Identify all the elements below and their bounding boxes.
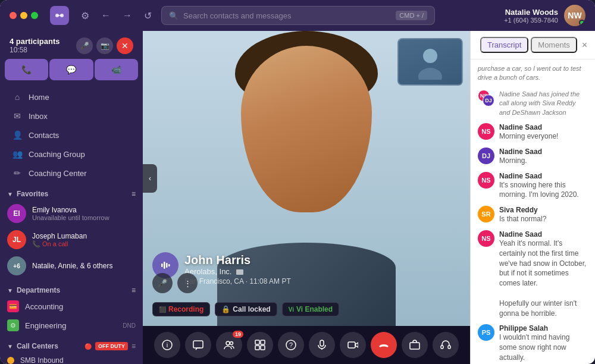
vc-grid-button[interactable] (247, 332, 273, 358)
close-light[interactable] (10, 12, 17, 19)
avatar[interactable]: NW (564, 5, 585, 26)
main-video: ‹ John Harris Aerolabs, Inc. (143, 31, 470, 326)
svg-point-3 (423, 49, 437, 63)
nav-item-contacts[interactable]: 👤 Contacts (5, 125, 138, 145)
departments-label: Departments (17, 286, 60, 294)
contact-status-emily: Unavailable until tomorrow (32, 214, 136, 221)
transcript-system-1: purchase a car, so I went out to test dr… (478, 64, 588, 83)
call-action-camera[interactable]: 📹 (95, 59, 138, 80)
titlebar: ⚙ ← → ↺ 🔍 Search contacts and messages C… (0, 0, 595, 31)
vc-participants-button[interactable]: 19 (216, 332, 242, 358)
forward-icon[interactable]: → (120, 8, 134, 23)
pip-video[interactable] (397, 38, 463, 86)
refresh-icon[interactable]: ↺ (142, 8, 154, 24)
contacts-icon: 👤 (12, 130, 23, 140)
call-action-message[interactable]: 💬 (49, 59, 93, 80)
avatar-ns-1: NS (478, 123, 494, 140)
caller-location: San Francisco, CA · 11:08 AM PT (184, 277, 291, 285)
end-call-button[interactable]: ✕ (117, 37, 133, 54)
contact-emily[interactable]: EI Emily Ivanova Unavailable until tomor… (0, 200, 143, 227)
nav-item-inbox[interactable]: ✉ Inbox (5, 106, 138, 125)
inbox-icon: ✉ (12, 111, 23, 121)
off-duty-icon: 🔴 (84, 343, 92, 350)
svg-rect-24 (410, 343, 419, 349)
tab-transcript[interactable]: Transcript (480, 37, 528, 53)
svg-rect-21 (320, 340, 324, 346)
video-area: ‹ John Harris Aerolabs, Inc. (143, 31, 470, 364)
call-time: 10:58 (10, 46, 60, 54)
svg-point-13 (226, 341, 230, 345)
svg-rect-26 (448, 346, 450, 349)
transcript-msg-4: SR Siva Reddy Is that normal? (478, 206, 588, 224)
video-button[interactable]: 📷 (96, 37, 113, 54)
nav-label-home: Home (29, 93, 49, 102)
svg-rect-5 (161, 263, 163, 267)
enabled-icon: Vi (289, 306, 294, 313)
favorites-menu-icon[interactable]: ≡ (131, 190, 136, 198)
nav-label-coaching-group: Coaching Group (29, 150, 85, 159)
contact-avatar-group: +6 (7, 256, 26, 275)
departments-collapse[interactable]: ▼ Departments (7, 286, 60, 294)
call-centers-menu[interactable]: ≡ (131, 342, 136, 350)
call-controls: 🎤 📷 ✕ (76, 37, 133, 54)
video-controls: i 19 (143, 326, 470, 364)
settings-icon[interactable]: ⚙ (79, 8, 92, 24)
more-mini-button[interactable]: ⋮ (177, 273, 198, 293)
svg-rect-16 (261, 340, 265, 344)
dept-engineering[interactable]: ⚙ Engineering DND (0, 316, 143, 335)
transcript-panel: Transcript Moments × purchase a car, so … (470, 31, 595, 364)
status-badges: ⬛ Recording 🔒 Call locked Vi Vi Enabled (152, 302, 339, 316)
vc-headset-button[interactable] (433, 332, 459, 358)
vc-share-button[interactable] (402, 332, 428, 358)
vc-mic-button[interactable] (309, 332, 335, 358)
favorites-collapse[interactable]: ▼ Favorites (7, 190, 48, 198)
locked-badge: 🔒 Call locked (215, 302, 277, 316)
mic-mini-button[interactable]: 🎤 (152, 273, 173, 293)
avatar-ns-2: NS (478, 172, 494, 189)
search-icon: 🔍 (169, 11, 178, 20)
dept-accounting[interactable]: 💳 Accounting (0, 297, 143, 316)
mute-button[interactable]: 🎤 (76, 37, 93, 54)
nav-item-coaching-group[interactable]: 👥 Coaching Group (5, 145, 138, 164)
contact-name-joseph: Joseph Lumaban (32, 232, 136, 240)
coaching-center-icon: ✏ (12, 168, 23, 178)
cc-smb-label: SMB Inbound (20, 356, 64, 364)
svg-rect-18 (261, 346, 265, 350)
svg-rect-9 (236, 269, 243, 275)
caller-name: John Harris (184, 253, 291, 267)
departments-chevron: ▼ (7, 287, 13, 294)
engineering-dnd: DND (123, 322, 136, 329)
svg-rect-25 (441, 346, 443, 349)
recording-dot: ⬛ (159, 306, 166, 313)
contact-status-joseph: 📞 On a call (32, 240, 136, 248)
contact-avatar-emily: EI (7, 204, 26, 223)
cc-smb[interactable]: SMB Inbound (0, 353, 143, 364)
vc-chat-button[interactable] (185, 332, 211, 358)
back-icon[interactable]: ← (99, 8, 113, 23)
vc-end-call-button[interactable] (371, 332, 397, 358)
close-transcript-button[interactable]: × (580, 39, 590, 52)
contact-group[interactable]: +6 Natalie, Annie, & 6 others (0, 253, 143, 279)
collapse-sidebar-button[interactable]: ‹ (143, 164, 157, 193)
svg-text:i: i (167, 341, 168, 349)
vc-help-button[interactable]: ? (278, 332, 304, 358)
nav-item-coaching-center[interactable]: ✏ Coaching Center (5, 164, 138, 183)
tab-moments[interactable]: Moments (531, 37, 577, 53)
departments-menu-icon[interactable]: ≡ (131, 286, 136, 294)
svg-rect-6 (164, 262, 165, 269)
call-centers-collapse[interactable]: ▼ Call Centers (7, 342, 58, 350)
contact-name-emily: Emily Ivanova (32, 206, 136, 214)
nav-item-home[interactable]: ⌂ Home (5, 87, 138, 106)
search-placeholder: Search contacts and messages (183, 11, 291, 20)
fullscreen-light[interactable] (31, 12, 38, 19)
vc-info-button[interactable]: i (154, 332, 180, 358)
call-action-phone[interactable]: 📞 (5, 59, 48, 80)
transcript-msg-5: NS Nadine Saad Yeah it's normal. It's ce… (478, 230, 588, 318)
contact-joseph[interactable]: JL Joseph Lumaban 📞 On a call (0, 227, 143, 253)
search-bar[interactable]: 🔍 Search contacts and messages CMD + / (161, 6, 435, 25)
user-phone: +1 (604) 359-7840 (504, 17, 558, 24)
svg-rect-2 (57, 15, 62, 16)
minimize-light[interactable] (20, 12, 27, 19)
favorites-chevron: ▼ (7, 191, 13, 197)
vc-video-button[interactable] (340, 332, 366, 358)
